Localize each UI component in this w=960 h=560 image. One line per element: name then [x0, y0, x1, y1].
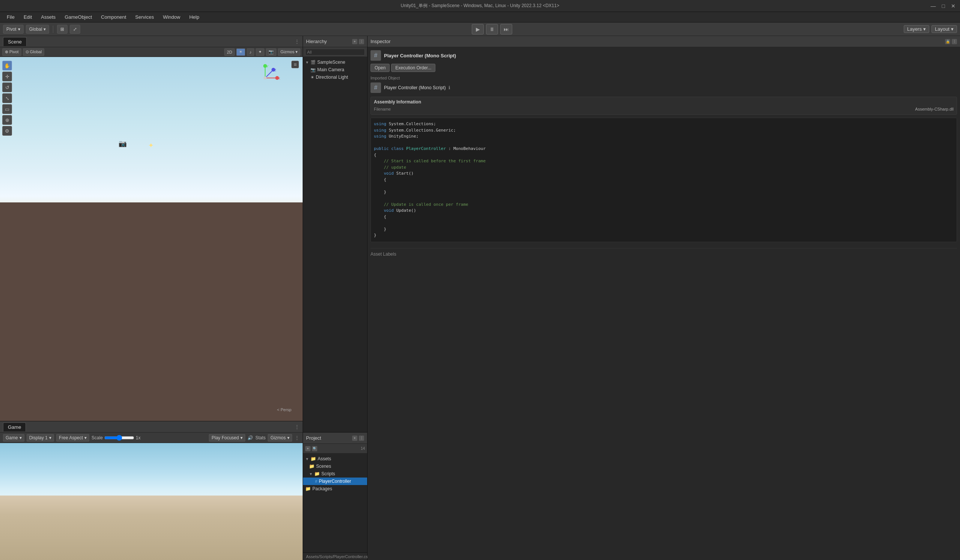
- game-panel-menu[interactable]: ⋮: [294, 424, 300, 430]
- step-button[interactable]: ⏭: [500, 24, 512, 35]
- light-icon: ☀: [310, 75, 314, 80]
- menu-assets[interactable]: Assets: [37, 13, 59, 21]
- assembly-filename-key: Filename: [374, 107, 391, 111]
- lighting-toggle[interactable]: ☀: [236, 48, 245, 56]
- game-dropdown[interactable]: Game ▾: [3, 434, 24, 442]
- script-icon: #: [315, 479, 317, 483]
- pivot-button[interactable]: Pivot ▾: [3, 25, 24, 34]
- inspector-buttons: Open Execution Order...: [371, 64, 957, 72]
- inspector-lock-btn[interactable]: 🔒: [945, 39, 950, 44]
- project-add-btn[interactable]: +: [352, 436, 357, 441]
- hierarchy-add-btn[interactable]: +: [352, 39, 357, 44]
- code-line-11: [374, 183, 954, 189]
- inspector-tab-label[interactable]: Inspector: [371, 38, 390, 44]
- project-tool-search[interactable]: 🔍: [312, 446, 317, 451]
- samplescene-label: SampleScene: [317, 60, 346, 65]
- project-panel: Project + ⋮ + 🔍 14 ▼ 📁 Assets 📁: [303, 432, 367, 560]
- transform-tool[interactable]: ⊕: [2, 115, 12, 125]
- fx-toggle[interactable]: ✦: [256, 48, 264, 56]
- 2d-toggle[interactable]: 2D: [224, 48, 235, 56]
- menu-file[interactable]: File: [3, 13, 18, 21]
- hierarchy-menu-btn[interactable]: ⋮: [359, 39, 364, 44]
- rotate-tool[interactable]: ↺: [2, 83, 12, 92]
- project-tool-plus[interactable]: +: [305, 446, 310, 451]
- gizmos-scene-toggle[interactable]: Gizmos ▾: [278, 48, 300, 56]
- layers-dropdown[interactable]: Layers ▾: [904, 25, 929, 33]
- project-status-bar: Assets/Scripts/PlayerController.cs: [303, 552, 367, 560]
- scene-settings-btn[interactable]: ≡: [291, 61, 299, 68]
- game-toolbar: Game ▾ Display 1 ▾ Free Aspect ▾ Scale 1…: [0, 432, 302, 443]
- project-scenes[interactable]: 📁 Scenes: [303, 463, 367, 470]
- audio-toggle[interactable]: ♪: [247, 48, 254, 56]
- play-focused-dropdown[interactable]: Play Focused ▾: [209, 434, 245, 442]
- scale-tool[interactable]: ⤡: [2, 93, 12, 103]
- toolbar-separator-1: [53, 26, 53, 33]
- assets-label: Assets: [318, 456, 331, 461]
- scene-tab[interactable]: Scene: [3, 37, 27, 46]
- inspector-menu-btn[interactable]: ⋮: [952, 39, 957, 44]
- hierarchy-tab-label[interactable]: Hierarchy: [306, 38, 327, 44]
- open-button[interactable]: Open: [371, 64, 390, 72]
- rect-tool[interactable]: ▭: [2, 104, 12, 114]
- inspector-content: # Player Controller (Mono Script) Open E…: [368, 47, 960, 560]
- camera-icon: 📷: [310, 67, 316, 72]
- scenes-label: Scenes: [316, 464, 331, 469]
- global-button[interactable]: Global ▾: [26, 25, 50, 34]
- title-bar: Unity01_单例 - SampleScene - Windows, Mac,…: [0, 0, 960, 12]
- menu-component[interactable]: Component: [97, 13, 130, 21]
- scene-ground: [0, 203, 302, 421]
- component-title: Player Controller (Mono Script): [384, 53, 456, 59]
- scene-tab-bar: Scene ⋮: [0, 36, 302, 47]
- game-ground: [0, 496, 302, 560]
- display-dropdown[interactable]: Display 1 ▾: [27, 434, 54, 442]
- stats-button[interactable]: Stats: [255, 435, 266, 440]
- snap-button[interactable]: ⤢: [70, 25, 80, 34]
- close-button[interactable]: ✕: [951, 3, 955, 9]
- game-toolbar-menu[interactable]: ⋮: [294, 435, 300, 441]
- menu-services[interactable]: Services: [132, 13, 158, 21]
- gizmos-dropdown[interactable]: Gizmos ▾: [268, 434, 292, 442]
- imported-info-icon: ℹ: [448, 85, 450, 90]
- window-controls[interactable]: — □ ✕: [931, 3, 955, 9]
- scene-panel-menu[interactable]: ⋮: [294, 38, 300, 45]
- hierarchy-item-samplescene[interactable]: ▼ 🎬 SampleScene: [303, 59, 367, 66]
- hierarchy-search[interactable]: [305, 49, 365, 56]
- grid-button[interactable]: ⊞: [57, 25, 67, 34]
- hand-tool[interactable]: ✋: [2, 61, 12, 70]
- execution-order-button[interactable]: Execution Order...: [391, 64, 435, 72]
- hierarchy-item-main-camera[interactable]: 📷 Main Camera: [303, 66, 367, 73]
- maximize-button[interactable]: □: [942, 3, 945, 9]
- hierarchy-item-directional-light[interactable]: ☀ Directional Light: [303, 73, 367, 81]
- move-tool[interactable]: ✛: [2, 72, 12, 81]
- project-menu-btn[interactable]: ⋮: [359, 436, 364, 441]
- menu-help[interactable]: Help: [186, 13, 203, 21]
- menu-window[interactable]: Window: [159, 13, 184, 21]
- project-packages[interactable]: 📁 Packages: [303, 485, 367, 493]
- imported-object-section: Imported Object # Player Controller (Mon…: [371, 76, 957, 242]
- game-tab[interactable]: Game: [3, 423, 26, 431]
- project-tab-label[interactable]: Project: [306, 435, 321, 441]
- global-mode-btn[interactable]: ⊙ Global: [23, 48, 45, 56]
- project-playercontroller[interactable]: # PlayerController: [303, 477, 367, 485]
- aspect-dropdown[interactable]: Free Aspect ▾: [56, 434, 89, 442]
- play-button[interactable]: ▶: [472, 24, 484, 35]
- pause-button[interactable]: ⏸: [486, 24, 498, 35]
- layout-dropdown[interactable]: Layout ▾: [931, 25, 957, 33]
- menu-edit[interactable]: Edit: [20, 13, 36, 21]
- packages-label: Packages: [312, 486, 332, 491]
- assembly-filename-row: Filename Assembly-CSharp.dll: [374, 107, 954, 111]
- menu-gameobject[interactable]: GameObject: [61, 13, 96, 21]
- project-scripts[interactable]: ▼ 📁 Scripts: [303, 470, 367, 477]
- scene-viewport: ✋ ✛ ↺ ⤡ ▭ ⊕ ⚙ ≡ X: [0, 57, 302, 421]
- camera-toggle[interactable]: 📷: [266, 48, 276, 56]
- scale-slider[interactable]: [104, 435, 134, 441]
- toolbar: Pivot ▾ Global ▾ ⊞ ⤢ ▶ ⏸ ⏭ Layers ▾ Layo…: [0, 22, 960, 36]
- svg-text:X: X: [278, 77, 280, 80]
- minimize-button[interactable]: —: [931, 3, 936, 9]
- pivot-mode-btn[interactable]: ⊕ Pivot: [2, 48, 21, 56]
- custom-tool[interactable]: ⚙: [2, 126, 12, 136]
- project-assets[interactable]: ▼ 📁 Assets: [303, 455, 367, 463]
- component-icon: #: [371, 50, 381, 61]
- game-panel: Game ⋮ Game ▾ Display 1 ▾ Free Aspect ▾: [0, 421, 302, 560]
- mute-button[interactable]: 🔊: [248, 435, 253, 440]
